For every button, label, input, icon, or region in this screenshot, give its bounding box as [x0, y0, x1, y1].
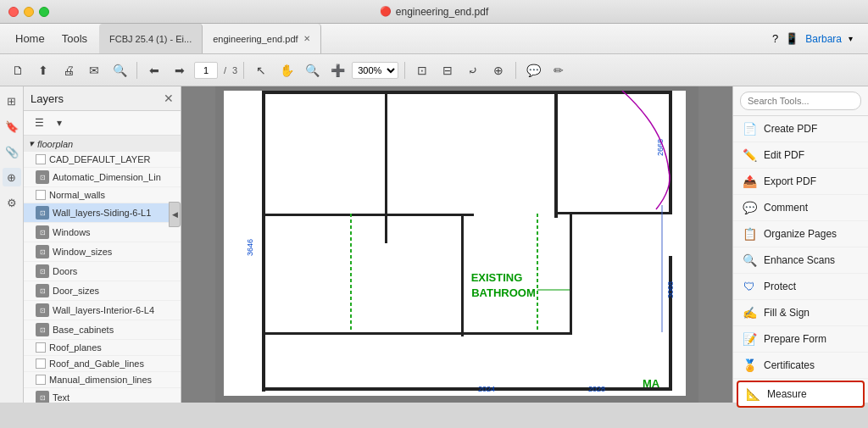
layer-vis-icon[interactable]: ⊡ [36, 245, 49, 258]
new-doc-button[interactable]: 🗋 [7, 59, 29, 81]
layer-item[interactable]: ⊡ Automatic_Dimension_Lin [24, 168, 181, 187]
layer-item[interactable]: ⊡ Window_sizes [24, 242, 181, 262]
tab-fcbj[interactable]: FCBJ 25.4 (1) - Ei... [99, 24, 203, 53]
email-button[interactable]: ✉ [83, 59, 105, 81]
rotate-button[interactable]: ⤾ [462, 59, 484, 81]
floorplan-svg: 2668 3646 3068 2024 2028 EXISTING BATHRO… [181, 86, 732, 403]
traffic-lights [0, 7, 49, 17]
layer-group-floorplan[interactable]: ▾ floorplan [24, 136, 181, 152]
layers-icon[interactable]: ⊕ [3, 168, 21, 186]
upload-button[interactable]: ⬆ [32, 59, 54, 81]
layer-item[interactable]: Roof_and_Gable_lines [24, 356, 181, 372]
menu-tools[interactable]: Tools [53, 29, 96, 48]
svg-rect-13 [262, 387, 669, 391]
bookmark-icon[interactable]: 🔖 [3, 117, 21, 136]
menu-home[interactable]: Home [7, 29, 53, 48]
help-button[interactable]: ? [772, 32, 778, 45]
tab-engineering[interactable]: engineering_end.pdf ✕ [203, 24, 320, 53]
tool-label: Enhance Scans [764, 254, 835, 266]
svg-rect-2 [262, 91, 265, 392]
canvas-area[interactable]: 2668 3646 3068 2024 2028 EXISTING BATHRO… [181, 86, 732, 403]
panel-collapse-button[interactable]: ◀ [169, 202, 181, 227]
hand-tool-button[interactable]: ✋ [275, 59, 298, 81]
attachment-icon[interactable]: 📎 [3, 142, 21, 161]
tool-edit-pdf[interactable]: ✏️ Edit PDF [733, 142, 868, 169]
tab-close-button[interactable]: ✕ [303, 34, 310, 43]
close-button[interactable] [8, 7, 19, 17]
tool-fill-sign[interactable]: ✍️ Fill & Sign [733, 300, 868, 326]
layer-item[interactable]: ⊡ Base_cabinets [24, 320, 181, 340]
layer-checkbox[interactable] [36, 154, 46, 164]
tool-prepare-form[interactable]: 📝 Prepare Form [733, 326, 868, 353]
zoom-out-button[interactable]: 🔍 [301, 59, 323, 81]
layer-vis-icon[interactable]: ⊡ [36, 264, 49, 278]
layers-header: Layers ✕ [24, 86, 181, 111]
layer-checkbox[interactable] [36, 359, 46, 369]
layer-checkbox[interactable] [36, 342, 46, 353]
layer-item[interactable]: ⊡ Door_sizes [24, 281, 181, 301]
comment-tool-button[interactable]: 💬 [522, 59, 544, 81]
group-chevron-icon: ▾ [29, 138, 34, 149]
more-button[interactable]: ⊕ [487, 59, 509, 81]
enhance-scans-icon: 🔍 [742, 253, 757, 268]
layer-item[interactable]: ⊡ Text [24, 388, 181, 403]
layers-close-button[interactable]: ✕ [164, 92, 174, 105]
layer-vis-icon[interactable]: ⊡ [36, 391, 49, 403]
layer-checkbox[interactable] [36, 190, 46, 200]
tool-comment[interactable]: 💬 Comment [733, 195, 868, 221]
layer-item[interactable]: Manual_dimension_lines [24, 372, 181, 388]
layer-item[interactable]: ⊡ Windows [24, 223, 181, 242]
page-number-input[interactable] [194, 62, 218, 79]
svg-text:BATHROOM: BATHROOM [471, 286, 536, 299]
layer-name: Roof_and_Gable_lines [49, 359, 175, 369]
layer-vis-icon[interactable]: ⊡ [36, 170, 49, 184]
search-button[interactable]: 🔍 [108, 59, 131, 81]
layer-vis-icon[interactable]: ⊡ [36, 284, 49, 297]
tool-organize-pages[interactable]: 📋 Organize Pages [733, 221, 868, 247]
print-button[interactable]: 🖨 [58, 59, 80, 81]
tool-label: Protect [764, 281, 796, 292]
measure-icon: 📐 [745, 386, 760, 402]
zoom-select[interactable]: 300% [352, 62, 398, 79]
edit-pdf-icon: ✏️ [742, 147, 757, 163]
header-right: ? 📱 Barbara ▾ [772, 32, 861, 45]
zoom-in-button[interactable]: ➕ [326, 59, 348, 81]
next-page-button[interactable]: ➡ [169, 59, 191, 81]
tool-label: Certificates [764, 359, 815, 371]
fit-page-button[interactable]: ⊡ [411, 59, 433, 81]
tool-certificates[interactable]: 🏅 Certificates [733, 353, 868, 379]
svg-rect-4 [554, 91, 558, 218]
prev-page-button[interactable]: ⬅ [143, 59, 165, 81]
svg-rect-9 [262, 332, 465, 335]
tool-create-pdf[interactable]: 📄 Create PDF [733, 116, 868, 142]
layers-chevron-button[interactable]: ▾ [51, 114, 68, 131]
layer-checkbox[interactable] [36, 375, 46, 385]
tools-icon[interactable]: ⚙ [3, 193, 21, 212]
page-thumbnail-icon[interactable]: ⊞ [3, 92, 21, 110]
layer-item[interactable]: CAD_DEFAULT_LAYER [24, 152, 181, 168]
user-menu[interactable]: Barbara [805, 33, 842, 45]
layer-vis-icon[interactable]: ⊡ [36, 323, 49, 336]
cursor-tool-button[interactable]: ↖ [250, 59, 272, 81]
tool-export-pdf[interactable]: 📤 Export PDF [733, 169, 868, 195]
layers-menu-button[interactable]: ☰ [31, 114, 47, 131]
search-tools-input[interactable] [740, 92, 861, 110]
markup-button[interactable]: ✏ [548, 59, 570, 81]
layer-item[interactable]: Normal_walls [24, 187, 181, 203]
svg-text:EXISTING: EXISTING [471, 271, 523, 284]
layer-vis-icon[interactable]: ⊡ [36, 206, 49, 220]
maximize-button[interactable] [39, 7, 49, 17]
tool-measure[interactable]: 📐 Measure [737, 381, 865, 408]
tool-protect[interactable]: 🛡 Protect [733, 274, 868, 300]
svg-text:2028: 2028 [588, 385, 605, 393]
layer-item-selected[interactable]: ⊡ Wall_layers-Siding-6-L1 [24, 203, 181, 223]
layer-item[interactable]: Roof_planes [24, 340, 181, 356]
layer-vis-icon[interactable]: ⊡ [36, 303, 49, 317]
layer-item[interactable]: ⊡ Doors [24, 262, 181, 281]
layer-item[interactable]: ⊡ Wall_layers-Interior-6-L4 [24, 301, 181, 320]
minimize-button[interactable] [24, 7, 34, 17]
fit-width-button[interactable]: ⊟ [437, 59, 459, 81]
layer-vis-icon[interactable]: ⊡ [36, 225, 49, 239]
tool-enhance-scans[interactable]: 🔍 Enhance Scans [733, 247, 868, 274]
tabs-bar: FCBJ 25.4 (1) - Ei... engineering_end.pd… [99, 24, 861, 53]
